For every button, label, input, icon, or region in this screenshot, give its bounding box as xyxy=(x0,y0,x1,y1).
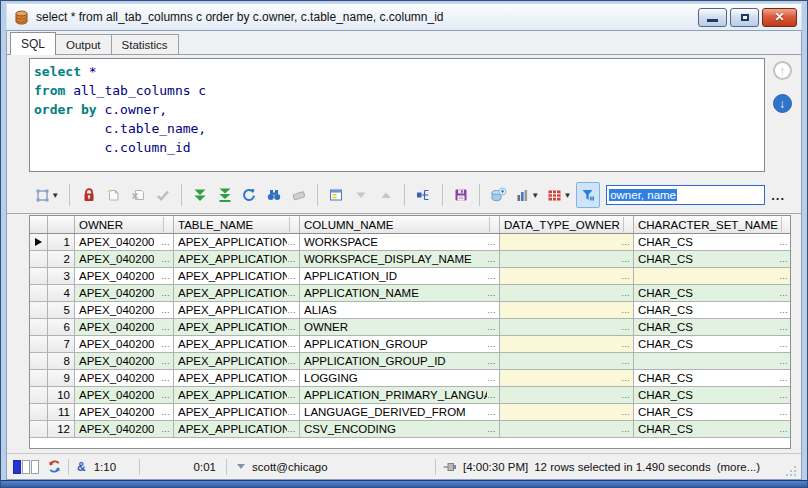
tab-sql[interactable]: SQL xyxy=(10,32,56,55)
cell-expand-icon[interactable]: … xyxy=(287,390,297,400)
cell-expand-icon[interactable]: … xyxy=(779,322,789,332)
cell-column-name[interactable]: APPLICATION_ID… xyxy=(300,268,500,284)
cell-expand-icon[interactable]: … xyxy=(779,407,789,417)
lock-button[interactable] xyxy=(76,182,101,208)
cell-character-set-name[interactable]: CHAR_CS… xyxy=(634,319,791,335)
header-resize-handle[interactable] xyxy=(289,217,299,232)
cell-expand-icon[interactable]: … xyxy=(621,373,631,383)
row-number[interactable]: 9 xyxy=(48,370,75,386)
cell-column-name[interactable]: ALIAS… xyxy=(300,302,500,318)
column-header-character-set-name[interactable]: CHARACTER_SET_NAME xyxy=(634,216,791,233)
cell-data-type-owner[interactable]: … xyxy=(500,285,634,301)
row-indicator[interactable] xyxy=(30,404,48,420)
column-header-column-name[interactable]: COLUMN_NAME xyxy=(300,216,500,233)
cell-expand-icon[interactable]: … xyxy=(779,390,789,400)
row-number[interactable]: 4 xyxy=(48,285,75,301)
cell-expand-icon[interactable]: … xyxy=(161,373,171,383)
cell-expand-icon[interactable]: … xyxy=(621,407,631,417)
row-indicator[interactable] xyxy=(30,268,48,284)
cell-table-name[interactable]: APEX_APPLICATIONS… xyxy=(174,285,300,301)
scroll-up-button[interactable]: ↑ xyxy=(773,61,792,80)
cell-expand-icon[interactable]: … xyxy=(779,305,789,315)
cell-table-name[interactable]: APEX_APPLICATIONS… xyxy=(174,268,300,284)
row-number[interactable]: 2 xyxy=(48,251,75,267)
cell-table-name[interactable]: APEX_APPLICATIONS… xyxy=(174,251,300,267)
row-number[interactable]: 10 xyxy=(48,387,75,403)
cell-expand-icon[interactable]: … xyxy=(487,339,497,349)
header-resize-handle[interactable] xyxy=(623,217,633,232)
cell-data-type-owner[interactable]: … xyxy=(500,387,634,403)
cell-character-set-name[interactable]: CHAR_CS… xyxy=(634,404,791,420)
cell-expand-icon[interactable]: … xyxy=(621,288,631,298)
cell-owner[interactable]: APEX_040200… xyxy=(75,387,174,403)
cell-table-name[interactable]: APEX_APPLICATIONS… xyxy=(174,404,300,420)
cell-expand-icon[interactable]: … xyxy=(287,305,297,315)
cell-expand-icon[interactable]: … xyxy=(779,237,789,247)
cell-column-name[interactable]: OWNER… xyxy=(300,319,500,335)
cell-owner[interactable]: APEX_040200… xyxy=(75,353,174,369)
cell-expand-icon[interactable]: … xyxy=(161,237,171,247)
title-bar[interactable]: select * from all_tab_columns c order by… xyxy=(6,3,802,30)
execute-button[interactable] xyxy=(188,182,213,208)
cell-table-name[interactable]: APEX_APPLICATIONS… xyxy=(174,302,300,318)
row-number[interactable]: 1 xyxy=(48,234,75,250)
header-resize-handle[interactable] xyxy=(489,217,499,232)
cell-owner[interactable]: APEX_040200… xyxy=(75,251,174,267)
cell-expand-icon[interactable]: … xyxy=(779,339,789,349)
cell-data-type-owner[interactable]: … xyxy=(500,302,634,318)
cell-expand-icon[interactable]: … xyxy=(161,339,171,349)
cell-expand-icon[interactable]: … xyxy=(287,237,297,247)
cell-character-set-name[interactable]: CHAR_CS… xyxy=(634,421,791,437)
row-indicator[interactable] xyxy=(30,302,48,318)
cell-column-name[interactable]: WORKSPACE_DISPLAY_NAME… xyxy=(300,251,500,267)
cell-table-name[interactable]: APEX_APPLICATIONS… xyxy=(174,353,300,369)
more-link[interactable]: (more...) xyxy=(717,461,760,473)
cell-expand-icon[interactable]: … xyxy=(161,305,171,315)
auto-refresh-icon[interactable] xyxy=(47,459,62,474)
next-page-button[interactable] xyxy=(349,182,374,208)
cell-expand-icon[interactable]: … xyxy=(621,356,631,366)
cell-column-name[interactable]: WORKSPACE… xyxy=(300,234,500,250)
cell-expand-icon[interactable]: … xyxy=(287,373,297,383)
cell-expand-icon[interactable]: … xyxy=(621,322,631,332)
cell-column-name[interactable]: APPLICATION_GROUP… xyxy=(300,336,500,352)
cell-owner[interactable]: APEX_040200… xyxy=(75,302,174,318)
cell-expand-icon[interactable]: … xyxy=(487,254,497,264)
cell-expand-icon[interactable]: … xyxy=(161,356,171,366)
cell-expand-icon[interactable]: … xyxy=(779,288,789,298)
cell-data-type-owner[interactable]: … xyxy=(500,251,634,267)
row-number[interactable]: 6 xyxy=(48,319,75,335)
cell-table-name[interactable]: APEX_APPLICATIONS… xyxy=(174,336,300,352)
cell-character-set-name[interactable]: CHAR_CS… xyxy=(634,234,791,250)
single-record-view-button[interactable] xyxy=(324,182,349,208)
column-header-data-type-owner[interactable]: DATA_TYPE_OWNER xyxy=(500,216,634,233)
linked-query-button[interactable] xyxy=(411,182,436,208)
row-number[interactable]: 7 xyxy=(48,336,75,352)
cell-column-name[interactable]: APPLICATION_GROUP_ID… xyxy=(300,353,500,369)
cell-owner[interactable]: APEX_040200… xyxy=(75,319,174,335)
cell-table-name[interactable]: APEX_APPLICATIONS… xyxy=(174,319,300,335)
cell-expand-icon[interactable]: … xyxy=(487,356,497,366)
cell-expand-icon[interactable]: … xyxy=(487,288,497,298)
cell-data-type-owner[interactable]: … xyxy=(500,353,634,369)
cell-expand-icon[interactable]: … xyxy=(161,407,171,417)
cell-character-set-name[interactable]: CHAR_CS… xyxy=(634,285,791,301)
cell-character-set-name[interactable]: … xyxy=(634,353,791,369)
cell-column-name[interactable]: LOGGING… xyxy=(300,370,500,386)
cell-expand-icon[interactable]: … xyxy=(161,424,171,434)
cell-owner[interactable]: APEX_040200… xyxy=(75,336,174,352)
cell-owner[interactable]: APEX_040200… xyxy=(75,285,174,301)
cell-expand-icon[interactable]: … xyxy=(487,424,497,434)
row-indicator[interactable] xyxy=(30,336,48,352)
cell-expand-icon[interactable]: … xyxy=(621,254,631,264)
cell-expand-icon[interactable]: … xyxy=(161,322,171,332)
cell-expand-icon[interactable]: … xyxy=(287,356,297,366)
cell-expand-icon[interactable]: … xyxy=(621,271,631,281)
cell-expand-icon[interactable]: … xyxy=(161,254,171,264)
cell-character-set-name[interactable]: CHAR_CS… xyxy=(634,251,791,267)
cell-expand-icon[interactable]: … xyxy=(487,305,497,315)
cell-expand-icon[interactable]: … xyxy=(487,373,497,383)
row-number[interactable]: 8 xyxy=(48,353,75,369)
cell-expand-icon[interactable]: … xyxy=(161,288,171,298)
cell-column-name[interactable]: APPLICATION_NAME… xyxy=(300,285,500,301)
